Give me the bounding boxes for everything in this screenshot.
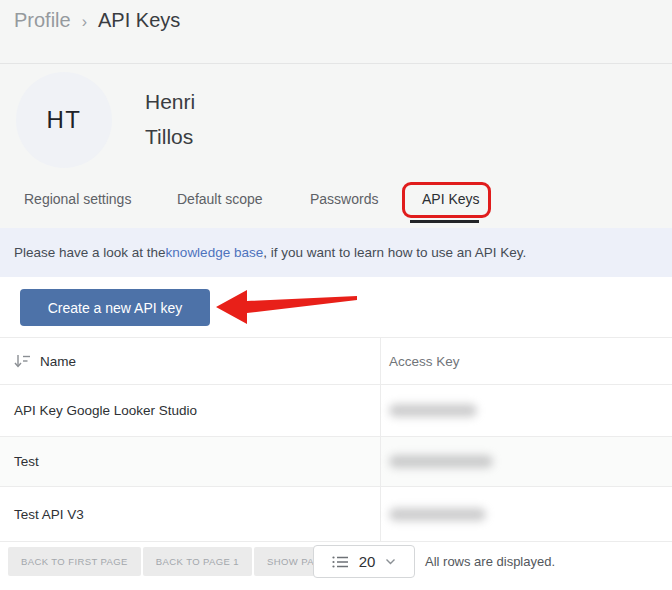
- back-to-page-1-button[interactable]: BACK TO PAGE 1: [143, 547, 252, 576]
- breadcrumb: Profile › API Keys: [14, 9, 180, 32]
- active-tab-underline: [410, 220, 479, 223]
- table-row[interactable]: Test API V3: [0, 486, 672, 541]
- breadcrumb-current: API Keys: [98, 9, 180, 32]
- redacted-access-key: [389, 404, 477, 417]
- tab-regional-settings[interactable]: Regional settings: [24, 191, 131, 207]
- page-header: Profile › API Keys HT Henri Tillos Regio…: [0, 0, 672, 228]
- profile-name: Henri Tillos: [145, 84, 195, 154]
- banner-text-before: Please have a look at the: [14, 245, 166, 260]
- profile-first-name: Henri: [145, 84, 195, 119]
- list-icon: [332, 555, 349, 569]
- table-row[interactable]: API Key Google Looker Studio: [0, 384, 672, 436]
- profile-api-keys-page: Profile › API Keys HT Henri Tillos Regio…: [0, 0, 672, 590]
- name-column-header[interactable]: Name: [0, 338, 381, 384]
- redacted-access-key: [389, 508, 486, 521]
- name-column-label: Name: [40, 354, 76, 369]
- breadcrumb-separator: ›: [82, 13, 87, 31]
- page-size-value: 20: [359, 553, 376, 570]
- api-key-name: Test: [0, 437, 381, 486]
- knowledge-base-link[interactable]: knowledge base: [166, 245, 264, 260]
- chevron-down-icon: [385, 558, 396, 565]
- table-row[interactable]: Test: [0, 436, 672, 486]
- avatar: HT: [16, 72, 112, 168]
- api-key-name: API Key Google Looker Studio: [0, 385, 381, 436]
- redacted-access-key: [389, 455, 493, 468]
- api-keys-table: Name Access Key API Key Google Looker St…: [0, 337, 672, 542]
- create-api-key-button[interactable]: Create a new API key: [20, 289, 210, 326]
- page-size-dropdown[interactable]: 20: [313, 545, 415, 578]
- pagination-status: All rows are displayed.: [425, 545, 555, 578]
- access-key-cell: [381, 385, 672, 436]
- banner-text-after: , if you want to learn how to use an API…: [263, 245, 526, 260]
- tab-passwords[interactable]: Passwords: [310, 191, 378, 207]
- access-key-column-label: Access Key: [389, 354, 460, 369]
- avatar-initials: HT: [47, 106, 82, 134]
- table-header-row: Name Access Key: [0, 338, 672, 384]
- tab-default-scope[interactable]: Default scope: [177, 191, 263, 207]
- pagination-controls: BACK TO FIRST PAGE BACK TO PAGE 1 SHOW P…: [8, 547, 350, 576]
- sort-ascending-icon[interactable]: [14, 354, 31, 369]
- access-key-column-header: Access Key: [381, 338, 672, 384]
- access-key-cell: [381, 487, 672, 541]
- access-key-cell: [381, 437, 672, 486]
- info-banner: Please have a look at the knowledge base…: [0, 228, 672, 277]
- annotation-highlight-box: [402, 182, 491, 218]
- breadcrumb-profile-link[interactable]: Profile: [14, 9, 71, 32]
- back-to-first-page-button[interactable]: BACK TO FIRST PAGE: [8, 547, 141, 576]
- header-divider: [0, 63, 672, 64]
- profile-last-name: Tillos: [145, 119, 195, 154]
- api-key-name: Test API V3: [0, 487, 381, 541]
- annotation-arrow-icon: [205, 284, 360, 330]
